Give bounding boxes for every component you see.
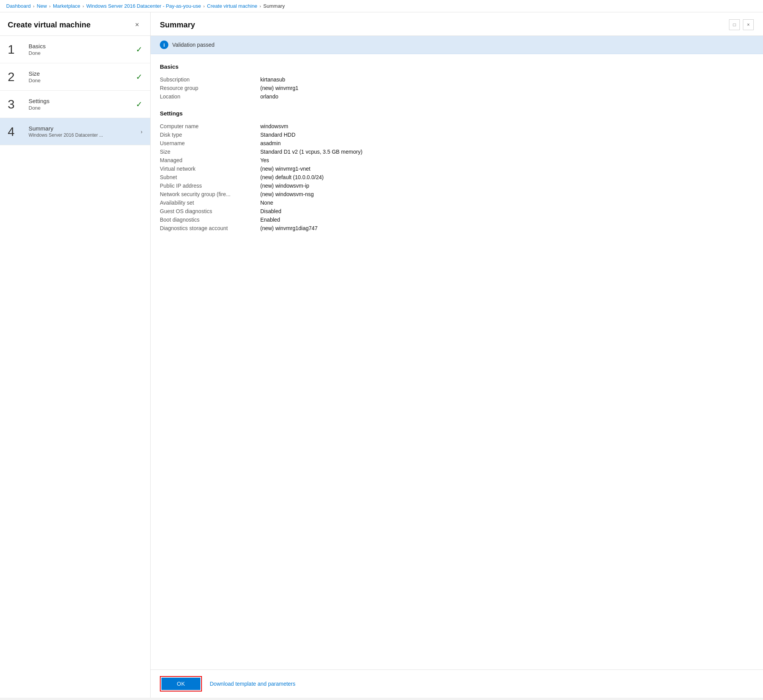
table-row: Disk type Standard HDD	[160, 131, 754, 139]
step-3-info: Settings Done	[29, 98, 136, 111]
virtual-network-value: (new) winvmrg1-vnet	[260, 164, 754, 173]
step-4-name: Summary	[29, 125, 137, 132]
step-1-status: Done	[29, 50, 136, 56]
step-1-item[interactable]: 1 Basics Done ✓	[0, 36, 150, 63]
subscription-label: Subscription	[160, 75, 260, 84]
breadcrumb-sep-5: ›	[259, 4, 261, 8]
step-4-subtitle: Windows Server 2016 Datacenter ...	[29, 132, 106, 138]
step-2-status: Done	[29, 78, 136, 83]
computer-name-value: windowsvm	[260, 122, 754, 131]
location-label: Location	[160, 92, 260, 101]
download-template-link[interactable]: Download template and parameters	[210, 681, 295, 687]
breadcrumb-sep-4: ›	[203, 4, 205, 8]
diagnostics-storage-label: Diagnostics storage account	[160, 224, 260, 232]
public-ip-value: (new) windowsvm-ip	[260, 181, 754, 190]
table-row: Subscription kirtanasub	[160, 75, 754, 84]
breadcrumb-sep-1: ›	[33, 4, 35, 8]
step-3-item[interactable]: 3 Settings Done ✓	[0, 91, 150, 118]
step-3-status: Done	[29, 105, 136, 111]
right-panel-title: Summary	[160, 20, 195, 29]
validation-banner: i Validation passed	[151, 36, 763, 54]
step-4-number: 4	[8, 125, 25, 138]
table-row: Guest OS diagnostics Disabled	[160, 207, 754, 215]
size-value: Standard D1 v2 (1 vcpus, 3.5 GB memory)	[260, 147, 754, 156]
breadcrumb: Dashboard › New › Marketplace › Windows …	[0, 0, 763, 12]
table-row: Virtual network (new) winvmrg1-vnet	[160, 164, 754, 173]
boot-diagnostics-label: Boot diagnostics	[160, 215, 260, 224]
table-row: Availability set None	[160, 198, 754, 207]
size-label: Size	[160, 147, 260, 156]
ok-button-wrapper: OK	[160, 676, 202, 692]
left-panel: Create virtual machine × 1 Basics Done ✓…	[0, 12, 151, 698]
disk-type-label: Disk type	[160, 131, 260, 139]
breadcrumb-marketplace[interactable]: Marketplace	[53, 3, 80, 9]
resource-group-value: (new) winvmrg1	[260, 84, 754, 92]
basics-section-title: Basics	[160, 63, 754, 70]
username-label: Username	[160, 139, 260, 147]
table-row: Location orlando	[160, 92, 754, 101]
ok-button[interactable]: OK	[161, 678, 200, 690]
right-panel-header: Summary □ ×	[151, 12, 763, 36]
table-row: Diagnostics storage account (new) winvmr…	[160, 224, 754, 232]
virtual-network-label: Virtual network	[160, 164, 260, 173]
steps-list: 1 Basics Done ✓ 2 Size Done ✓ 3	[0, 36, 150, 698]
step-2-check-icon: ✓	[136, 72, 142, 81]
table-row: Network security group (fire... (new) wi…	[160, 190, 754, 198]
table-row: Computer name windowsvm	[160, 122, 754, 131]
breadcrumb-current: Summary	[263, 3, 285, 9]
step-1-name: Basics	[29, 43, 136, 49]
left-panel-close-button[interactable]: ×	[132, 19, 142, 30]
breadcrumb-product[interactable]: Windows Server 2016 Datacenter - Pay-as-…	[86, 3, 201, 9]
step-3-name: Settings	[29, 98, 136, 104]
breadcrumb-sep-2: ›	[49, 4, 51, 8]
table-row: Resource group (new) winvmrg1	[160, 84, 754, 92]
username-value: asadmin	[260, 139, 754, 147]
table-row: Username asadmin	[160, 139, 754, 147]
step-4-chevron-icon: ›	[141, 129, 142, 135]
maximize-button[interactable]: □	[729, 19, 740, 30]
nsg-value: (new) windowsvm-nsg	[260, 190, 754, 198]
main-container: Create virtual machine × 1 Basics Done ✓…	[0, 12, 763, 698]
right-panel-controls: □ ×	[729, 19, 754, 30]
boot-diagnostics-value: Enabled	[260, 215, 754, 224]
disk-type-value: Standard HDD	[260, 131, 754, 139]
availability-set-value: None	[260, 198, 754, 207]
step-2-item[interactable]: 2 Size Done ✓	[0, 63, 150, 91]
left-panel-title: Create virtual machine	[8, 20, 91, 29]
right-panel-footer: OK Download template and parameters	[151, 669, 763, 698]
step-3-check-icon: ✓	[136, 100, 142, 109]
availability-set-label: Availability set	[160, 198, 260, 207]
breadcrumb-sep-3: ›	[83, 4, 84, 8]
breadcrumb-new[interactable]: New	[37, 3, 47, 9]
table-row: Boot diagnostics Enabled	[160, 215, 754, 224]
breadcrumb-dashboard[interactable]: Dashboard	[6, 3, 31, 9]
table-row: Size Standard D1 v2 (1 vcpus, 3.5 GB mem…	[160, 147, 754, 156]
step-2-name: Size	[29, 70, 136, 77]
location-value: orlando	[260, 92, 754, 101]
breadcrumb-create-vm[interactable]: Create virtual machine	[207, 3, 257, 9]
settings-table: Computer name windowsvm Disk type Standa…	[160, 122, 754, 232]
table-row: Subnet (new) default (10.0.0.0/24)	[160, 173, 754, 181]
public-ip-label: Public IP address	[160, 181, 260, 190]
nsg-label: Network security group (fire...	[160, 190, 260, 198]
subnet-value: (new) default (10.0.0.0/24)	[260, 173, 754, 181]
step-4-item[interactable]: 4 Summary Windows Server 2016 Datacenter…	[0, 118, 150, 145]
resource-group-label: Resource group	[160, 84, 260, 92]
step-3-number: 3	[8, 98, 25, 110]
right-panel-close-button[interactable]: ×	[743, 19, 754, 30]
info-icon: i	[160, 41, 168, 49]
guest-os-diagnostics-value: Disabled	[260, 207, 754, 215]
step-1-check-icon: ✓	[136, 45, 142, 54]
managed-value: Yes	[260, 156, 754, 164]
table-row: Managed Yes	[160, 156, 754, 164]
table-row: Public IP address (new) windowsvm-ip	[160, 181, 754, 190]
validation-text: Validation passed	[172, 42, 214, 48]
subnet-label: Subnet	[160, 173, 260, 181]
settings-section-title: Settings	[160, 110, 754, 117]
step-2-number: 2	[8, 71, 25, 83]
summary-content: Basics Subscription kirtanasub Resource …	[151, 54, 763, 669]
subscription-value: kirtanasub	[260, 75, 754, 84]
step-1-info: Basics Done	[29, 43, 136, 56]
diagnostics-storage-value: (new) winvmrg1diag747	[260, 224, 754, 232]
left-panel-header: Create virtual machine ×	[0, 12, 150, 36]
